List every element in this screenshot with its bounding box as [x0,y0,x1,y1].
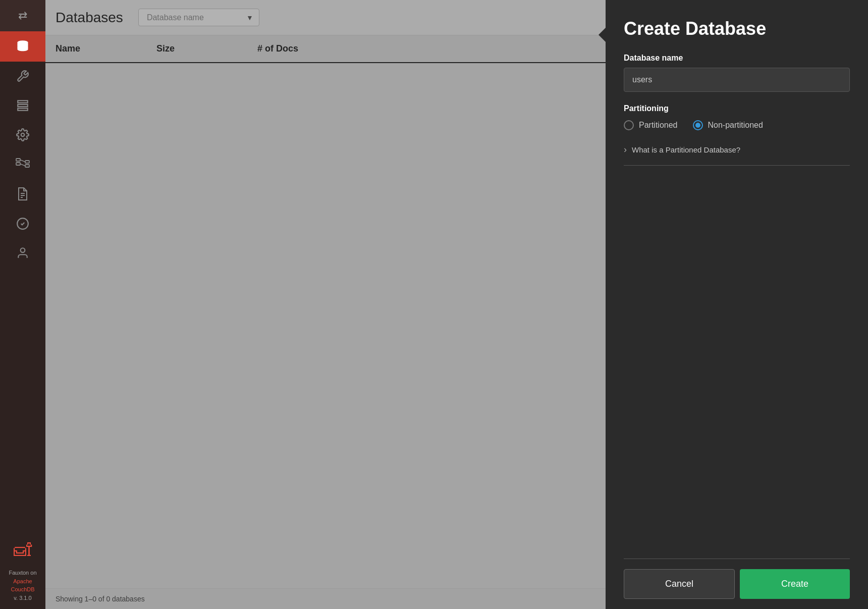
svg-rect-8 [25,165,29,167]
app-version: Fauxton on Apache CouchDB v. 3.1.0 [0,567,45,604]
cancel-button[interactable]: Cancel [624,569,735,599]
sidebar-item-settings[interactable] [0,62,45,91]
partitioning-label: Partitioning [624,104,850,113]
db-name-input[interactable] [624,68,850,92]
main-content: Databases Database name ▼ Create Databas… [45,0,868,609]
info-link-text: What is a Partitioned Database? [632,145,740,154]
partitioning-section: Partitioning Partitioned Non-partitioned… [624,104,850,171]
sidebar-item-user[interactable] [0,238,45,268]
radio-partitioned-label: Partitioned [639,121,678,130]
toggle-icon: ⇄ [0,9,45,22]
sidebar-item-partitions[interactable] [0,91,45,120]
svg-rect-2 [18,105,28,107]
svg-rect-3 [18,108,28,110]
sidebar-item-docs[interactable] [0,179,45,209]
sidebar-toggle[interactable]: ⇄ [0,0,45,31]
svg-line-10 [20,164,25,166]
panel-title: Create Database [624,18,850,39]
sidebar-item-replication[interactable] [0,149,45,179]
svg-point-15 [21,248,25,252]
app-logo: 🛋 [14,533,32,567]
create-button[interactable]: Create [740,569,850,599]
svg-line-9 [20,160,25,162]
divider [624,165,850,166]
svg-rect-5 [16,159,20,161]
radio-partitioned[interactable]: Partitioned [624,120,678,130]
create-database-panel: Create Database Database name Partitioni… [606,0,868,609]
radio-partitioned-circle [624,120,634,130]
sidebar-item-verify[interactable] [0,209,45,238]
svg-point-4 [21,133,25,137]
radio-group: Partitioned Non-partitioned [624,120,850,130]
svg-rect-7 [25,161,29,163]
partitioned-info-link[interactable]: › What is a Partitioned Database? [624,139,850,160]
chevron-right-icon: › [624,144,627,155]
radio-nonpartitioned-circle [693,120,703,130]
radio-nonpartitioned-label: Non-partitioned [708,121,763,130]
radio-nonpartitioned[interactable]: Non-partitioned [693,120,763,130]
sidebar: ⇄ 🛋 Fauxton on Apache CouchDB [0,0,45,609]
sidebar-footer: 🛋 Fauxton on Apache CouchDB v. 3.1.0 [0,533,45,609]
db-name-label: Database name [624,54,850,63]
svg-rect-1 [18,100,28,103]
panel-arrow [599,28,606,42]
panel-footer: Cancel Create [624,559,850,609]
sidebar-item-databases[interactable] [0,31,45,62]
svg-rect-6 [16,163,20,165]
sidebar-item-config[interactable] [0,120,45,149]
